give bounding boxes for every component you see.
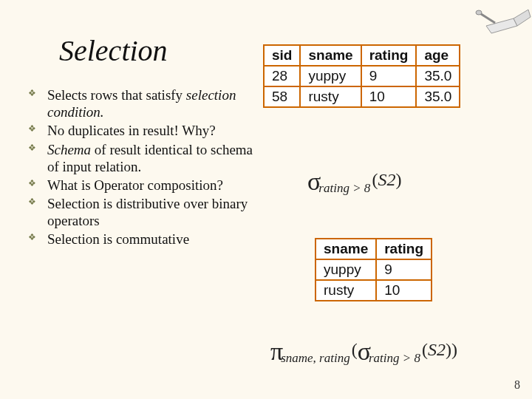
bullet-item: No duplicates in result! Why? <box>44 122 259 139</box>
slide: Selection Selects rows that satisfy sele… <box>0 0 532 399</box>
cell: 9 <box>361 66 417 86</box>
bullet-item: Selection is distributive over binary op… <box>44 195 259 229</box>
cell: 35.0 <box>416 66 460 86</box>
cell: yuppy <box>300 66 361 86</box>
cell: 58 <box>264 86 300 107</box>
tables-column: sidsnameratingage28yuppy935.058rusty1035… <box>270 86 517 250</box>
cell: rusty <box>300 86 361 107</box>
table-row: 28yuppy935.0 <box>264 66 460 86</box>
bullet-item: What is Operator composition? <box>44 177 259 194</box>
bullet-column: Selects rows that satisfy selection cond… <box>44 86 259 250</box>
table-projection-result: snameratingyuppy9rusty10 <box>315 238 432 301</box>
bullet-text: Selects rows that satisfy <box>47 87 186 103</box>
cell: 10 <box>376 280 432 301</box>
pi-subscript: sname, rating <box>281 351 350 366</box>
table-selection-result: sidsnameratingage28yuppy935.058rusty1035… <box>263 44 460 108</box>
bullet-text: No duplicates in result! Why? <box>47 123 216 138</box>
table-row: 58rusty1035.0 <box>264 86 460 107</box>
sigma-subscript: rating > 8 <box>318 181 370 196</box>
column-header: rating <box>361 45 417 66</box>
bullet-text: Selection is commutative <box>47 231 189 247</box>
cell: 10 <box>361 86 417 107</box>
bullet-item: Selection is commutative <box>44 231 259 248</box>
bullet-list: Selects rows that satisfy selection cond… <box>44 86 259 248</box>
column-header: sname <box>316 239 376 259</box>
bullet-text: Selection is distributive over binary op… <box>47 196 248 228</box>
sigma-subscript-2: rating > 8 <box>369 351 420 366</box>
bullet-text: What is Operator composition? <box>47 177 223 193</box>
column-header: sid <box>264 45 300 66</box>
column-header: sname <box>300 45 361 66</box>
corner-decoration-icon <box>473 0 532 38</box>
cell: 28 <box>264 66 300 86</box>
cell: 9 <box>376 259 432 280</box>
column-header: rating <box>376 239 432 259</box>
content-area: Selects rows that satisfy selection cond… <box>44 86 517 250</box>
cell: 35.0 <box>416 86 460 107</box>
sigma-arg-2: S2 <box>428 340 446 359</box>
svg-point-3 <box>476 10 482 15</box>
bullet-item: Schema of result identical to schema of … <box>44 141 259 175</box>
formula-pi-sigma: πsname, rating(σrating > 8(S2)) <box>270 338 457 366</box>
cell: rusty <box>316 280 376 301</box>
column-header: age <box>416 45 460 66</box>
formula-sigma: σrating > 8(S2) <box>307 168 401 196</box>
cell: yuppy <box>316 259 376 280</box>
table-row: rusty10 <box>316 280 432 301</box>
bullet-item: Selects rows that satisfy selection cond… <box>44 86 259 120</box>
svg-marker-1 <box>514 10 531 26</box>
table-row: yuppy9 <box>316 259 432 280</box>
bullet-italic: Schema <box>47 142 91 157</box>
page-number: 8 <box>514 378 520 392</box>
sigma-arg: S2 <box>378 170 395 189</box>
